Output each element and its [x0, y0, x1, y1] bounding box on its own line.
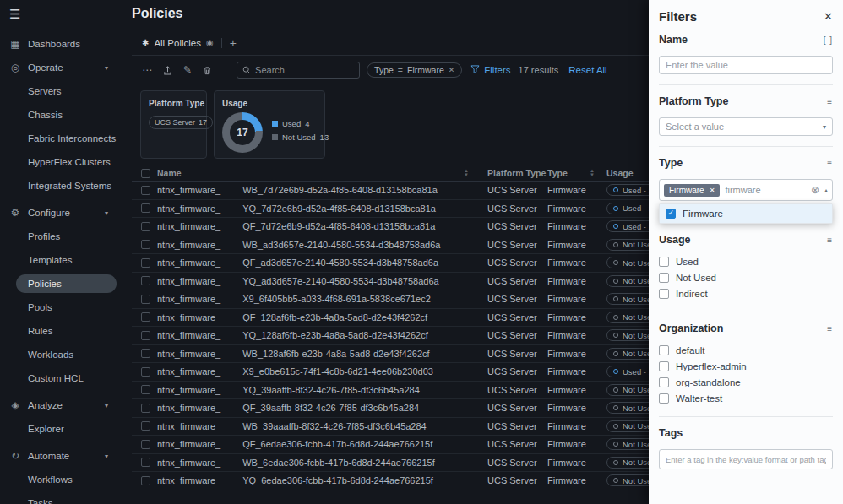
sidebar-item-integrated-systems[interactable]: Integrated Systems: [0, 174, 132, 198]
policy-name-id: WB_128af6fb-e23b-4a8a-5ad8-d2e43f4262cf: [242, 349, 429, 359]
menu-icon[interactable]: ☰: [9, 7, 20, 22]
tab-all-policies[interactable]: ✱ All Policies ◉: [142, 38, 214, 48]
checkbox[interactable]: [666, 209, 676, 219]
sidebar-item-automate[interactable]: ↻Automate▾: [0, 444, 132, 468]
platform-type-select[interactable]: Select a value ▾: [659, 117, 833, 136]
search-input[interactable]: [255, 65, 354, 75]
sidebar-item-workloads[interactable]: Workloads: [0, 343, 132, 366]
checkbox[interactable]: [659, 377, 669, 387]
filter-option-default[interactable]: default: [659, 342, 833, 358]
policy-name-id: X9_6f405bb5-a033-4f68-691a-5838ce671ec2: [242, 294, 431, 304]
page-title: Policies: [132, 6, 182, 21]
add-tab-button[interactable]: +: [230, 37, 237, 49]
export-icon[interactable]: [163, 66, 172, 75]
filter-option-org-standalone[interactable]: org-standalone: [659, 374, 833, 390]
used-dot-icon: [613, 369, 618, 374]
row-checkbox[interactable]: [141, 240, 150, 249]
row-checkbox[interactable]: [141, 476, 150, 485]
row-checkbox[interactable]: [141, 421, 150, 431]
type-combobox[interactable]: Firmware ✕ firmware ⊗ ▴: [659, 179, 833, 201]
sidebar-item-profiles[interactable]: Profiles: [0, 225, 132, 248]
filter-option-not-used[interactable]: Not Used: [659, 269, 833, 285]
not-used-dot-icon: [613, 333, 618, 338]
row-checkbox[interactable]: [141, 186, 150, 195]
sidebar-item-configure[interactable]: ⚙Configure▾: [0, 201, 132, 225]
reset-all-button[interactable]: Reset All: [568, 65, 606, 75]
filter-option-used[interactable]: Used: [659, 253, 833, 269]
row-checkbox[interactable]: [141, 440, 150, 449]
checkbox[interactable]: [659, 345, 669, 355]
checkbox[interactable]: [659, 273, 669, 283]
checkbox[interactable]: [659, 289, 669, 299]
filters-button[interactable]: Filters: [470, 65, 510, 75]
column-header-platform-type[interactable]: Platform Type: [481, 168, 541, 178]
sidebar-item-analyze[interactable]: ◈Analyze▾: [0, 393, 132, 417]
sidebar-item-dashboards[interactable]: ▦Dashboards: [0, 32, 132, 56]
ucs-server-chip[interactable]: UCS Server 17: [149, 116, 213, 129]
row-checkbox[interactable]: [141, 258, 150, 268]
more-options-icon[interactable]: ⋯: [142, 64, 152, 76]
row-checkbox[interactable]: [141, 222, 150, 231]
type-cell: Firmware: [541, 458, 600, 468]
close-icon[interactable]: ✕: [824, 10, 833, 23]
sidebar-item-operate[interactable]: ◎Operate▾: [0, 56, 132, 79]
column-header-type[interactable]: Type ▲▼: [541, 168, 600, 178]
row-checkbox[interactable]: [141, 349, 150, 358]
sidebar-item-hyperflex-clusters[interactable]: HyperFlex Clusters: [0, 150, 132, 174]
filter-usage-label: Usage: [659, 234, 691, 246]
type-cell: Firmware: [541, 240, 600, 250]
row-checkbox[interactable]: [141, 295, 150, 304]
row-checkbox[interactable]: [141, 404, 150, 413]
type-selected-chip[interactable]: Firmware ✕: [664, 184, 720, 197]
not-used-dot-icon: [613, 442, 618, 447]
checkbox[interactable]: [659, 393, 669, 404]
policy-name-prefix: ntnx_firmware_: [157, 366, 220, 377]
sidebar-item-custom-hcl[interactable]: Custom HCL: [0, 366, 132, 390]
sidebar-item-rules[interactable]: Rules: [0, 319, 132, 343]
usage-card: Usage 17 Used 4 Not Used: [214, 90, 325, 159]
type-typed-text[interactable]: firmware: [725, 185, 806, 195]
active-filter-chip[interactable]: Type = Firmware ✕: [367, 62, 462, 78]
remove-filter-icon[interactable]: ✕: [449, 66, 455, 74]
sidebar-item-workflows[interactable]: Workflows: [0, 468, 132, 491]
row-checkbox[interactable]: [141, 385, 150, 394]
sidebar-item-policies[interactable]: Policies: [0, 272, 132, 295]
tags-filter-input[interactable]: [659, 449, 833, 469]
chevron-up-icon[interactable]: ▴: [824, 187, 828, 194]
filter-option-walter-test[interactable]: Walter-test: [659, 390, 833, 406]
row-checkbox[interactable]: [141, 276, 150, 285]
type-cell: Firmware: [541, 421, 600, 431]
row-checkbox[interactable]: [141, 331, 150, 340]
delete-icon[interactable]: [203, 66, 212, 75]
row-checkbox[interactable]: [141, 203, 150, 213]
sidebar-item-tasks[interactable]: Tasks: [0, 491, 132, 504]
sidebar-item-fabric-interconnects[interactable]: Fabric Interconnects: [0, 127, 132, 150]
row-checkbox[interactable]: [141, 367, 150, 377]
filter-option-hyperflex-admin[interactable]: Hyperflex-admin: [659, 358, 833, 374]
select-all-checkbox[interactable]: [141, 169, 150, 178]
select-placeholder: Select a value: [666, 122, 724, 132]
filter-option-indirect[interactable]: Indirect: [659, 285, 833, 301]
remove-chip-icon[interactable]: ✕: [710, 187, 715, 194]
sidebar-item-servers[interactable]: Servers: [0, 79, 132, 103]
used-dot-icon: [613, 206, 618, 211]
favorite-icon[interactable]: ✱: [142, 38, 149, 47]
checkbox[interactable]: [659, 361, 669, 371]
not-used-dot-icon: [613, 478, 618, 483]
name-filter-input[interactable]: [659, 56, 833, 74]
clear-icon[interactable]: ⊗: [811, 185, 819, 195]
sidebar-item-chassis[interactable]: Chassis: [0, 103, 132, 127]
checkbox[interactable]: [659, 257, 669, 267]
column-header-name[interactable]: Name ▲▼: [157, 168, 481, 178]
platform-type-cell: UCS Server: [481, 385, 541, 395]
dropdown-option-firmware[interactable]: Firmware: [660, 204, 832, 223]
edit-icon[interactable]: ✎: [183, 64, 192, 76]
sidebar-item-pools[interactable]: Pools: [0, 295, 132, 319]
sidebar-item-explorer[interactable]: Explorer: [0, 417, 132, 441]
row-checkbox[interactable]: [141, 312, 150, 322]
search-box[interactable]: [237, 62, 360, 79]
sidebar-item-templates[interactable]: Templates: [0, 248, 132, 272]
policy-name-id: YQ_ad3d657e-2140-4580-5534-d3b48758ad6a: [242, 276, 438, 286]
platform-type-cell: UCS Server: [481, 349, 541, 359]
row-checkbox[interactable]: [141, 458, 150, 467]
